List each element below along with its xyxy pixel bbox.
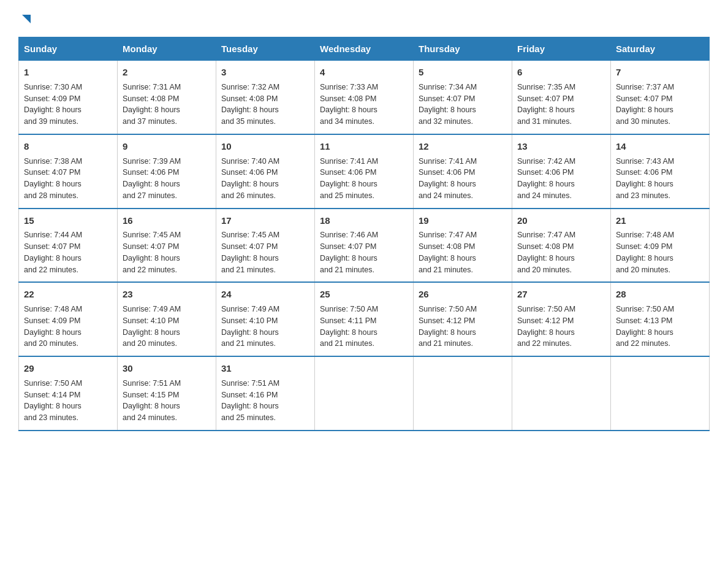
day-cell: 10 Sunrise: 7:40 AMSunset: 4:06 PMDaylig…	[216, 134, 315, 209]
day-number: 13	[517, 140, 605, 153]
calendar-table: SundayMondayTuesdayWednesdayThursdayFrid…	[18, 37, 710, 431]
day-number: 21	[616, 214, 704, 228]
day-cell: 20 Sunrise: 7:47 AMSunset: 4:08 PMDaylig…	[512, 209, 611, 283]
day-info: Sunrise: 7:47 AMSunset: 4:08 PMDaylight:…	[419, 229, 507, 275]
day-info: Sunrise: 7:50 AMSunset: 4:14 PMDaylight:…	[24, 378, 112, 424]
week-row-1: 1 Sunrise: 7:30 AMSunset: 4:09 PMDayligh…	[19, 61, 710, 134]
day-info: Sunrise: 7:51 AMSunset: 4:15 PMDaylight:…	[123, 378, 211, 424]
day-info: Sunrise: 7:45 AMSunset: 4:07 PMDaylight:…	[123, 229, 211, 275]
day-cell: 23 Sunrise: 7:49 AMSunset: 4:10 PMDaylig…	[118, 282, 216, 356]
day-cell	[512, 356, 611, 431]
day-number: 17	[221, 214, 309, 228]
day-info: Sunrise: 7:50 AMSunset: 4:12 PMDaylight:…	[419, 304, 507, 350]
header-wednesday: Wednesday	[315, 37, 414, 61]
day-number: 25	[320, 288, 408, 301]
week-row-4: 22 Sunrise: 7:48 AMSunset: 4:09 PMDaylig…	[19, 282, 710, 356]
day-number: 19	[419, 214, 507, 228]
day-number: 14	[616, 140, 704, 153]
logo	[18, 12, 33, 27]
day-cell: 22 Sunrise: 7:48 AMSunset: 4:09 PMDaylig…	[19, 282, 118, 356]
day-cell: 30 Sunrise: 7:51 AMSunset: 4:15 PMDaylig…	[118, 356, 216, 431]
day-number: 26	[419, 288, 507, 301]
day-cell: 14 Sunrise: 7:43 AMSunset: 4:06 PMDaylig…	[611, 134, 710, 209]
day-cell: 8 Sunrise: 7:38 AMSunset: 4:07 PMDayligh…	[19, 134, 118, 209]
day-number: 20	[517, 214, 605, 228]
day-cell: 24 Sunrise: 7:49 AMSunset: 4:10 PMDaylig…	[216, 282, 315, 356]
week-row-5: 29 Sunrise: 7:50 AMSunset: 4:14 PMDaylig…	[19, 356, 710, 431]
day-info: Sunrise: 7:50 AMSunset: 4:13 PMDaylight:…	[616, 304, 704, 350]
day-info: Sunrise: 7:37 AMSunset: 4:07 PMDaylight:…	[616, 82, 704, 128]
day-cell: 1 Sunrise: 7:30 AMSunset: 4:09 PMDayligh…	[19, 61, 118, 134]
day-cell: 31 Sunrise: 7:51 AMSunset: 4:16 PMDaylig…	[216, 356, 315, 431]
day-number: 31	[221, 362, 309, 375]
day-cell: 2 Sunrise: 7:31 AMSunset: 4:08 PMDayligh…	[118, 61, 216, 134]
day-number: 6	[517, 66, 605, 79]
day-info: Sunrise: 7:33 AMSunset: 4:08 PMDaylight:…	[320, 82, 408, 128]
day-number: 8	[24, 140, 112, 153]
day-number: 16	[123, 214, 211, 228]
week-row-2: 8 Sunrise: 7:38 AMSunset: 4:07 PMDayligh…	[19, 134, 710, 209]
day-cell: 26 Sunrise: 7:50 AMSunset: 4:12 PMDaylig…	[414, 282, 512, 356]
day-cell	[414, 356, 512, 431]
day-cell: 18 Sunrise: 7:46 AMSunset: 4:07 PMDaylig…	[315, 209, 414, 283]
day-info: Sunrise: 7:30 AMSunset: 4:09 PMDaylight:…	[24, 82, 112, 128]
day-cell: 19 Sunrise: 7:47 AMSunset: 4:08 PMDaylig…	[414, 209, 512, 283]
day-info: Sunrise: 7:50 AMSunset: 4:11 PMDaylight:…	[320, 304, 408, 350]
day-info: Sunrise: 7:47 AMSunset: 4:08 PMDaylight:…	[517, 229, 605, 275]
day-number: 5	[419, 66, 507, 79]
day-number: 28	[616, 288, 704, 301]
day-cell: 6 Sunrise: 7:35 AMSunset: 4:07 PMDayligh…	[512, 61, 611, 134]
day-number: 11	[320, 140, 408, 153]
day-number: 12	[419, 140, 507, 153]
day-info: Sunrise: 7:48 AMSunset: 4:09 PMDaylight:…	[616, 229, 704, 275]
day-info: Sunrise: 7:38 AMSunset: 4:07 PMDaylight:…	[24, 156, 112, 202]
day-cell: 27 Sunrise: 7:50 AMSunset: 4:12 PMDaylig…	[512, 282, 611, 356]
day-number: 10	[221, 140, 309, 153]
day-number: 7	[616, 66, 704, 79]
header-thursday: Thursday	[414, 37, 512, 61]
day-number: 3	[221, 66, 309, 79]
day-cell: 7 Sunrise: 7:37 AMSunset: 4:07 PMDayligh…	[611, 61, 710, 134]
day-info: Sunrise: 7:49 AMSunset: 4:10 PMDaylight:…	[123, 304, 211, 350]
logo-triangle-icon	[20, 12, 33, 26]
header-saturday: Saturday	[611, 37, 710, 61]
day-info: Sunrise: 7:39 AMSunset: 4:06 PMDaylight:…	[123, 156, 211, 202]
day-cell: 11 Sunrise: 7:41 AMSunset: 4:06 PMDaylig…	[315, 134, 414, 209]
day-number: 18	[320, 214, 408, 228]
day-number: 9	[123, 140, 211, 153]
day-cell: 15 Sunrise: 7:44 AMSunset: 4:07 PMDaylig…	[19, 209, 118, 283]
day-number: 4	[320, 66, 408, 79]
header-friday: Friday	[512, 37, 611, 61]
day-info: Sunrise: 7:44 AMSunset: 4:07 PMDaylight:…	[24, 229, 112, 275]
day-cell: 9 Sunrise: 7:39 AMSunset: 4:06 PMDayligh…	[118, 134, 216, 209]
day-info: Sunrise: 7:31 AMSunset: 4:08 PMDaylight:…	[123, 82, 211, 128]
day-info: Sunrise: 7:51 AMSunset: 4:16 PMDaylight:…	[221, 378, 309, 424]
day-cell: 13 Sunrise: 7:42 AMSunset: 4:06 PMDaylig…	[512, 134, 611, 209]
day-info: Sunrise: 7:32 AMSunset: 4:08 PMDaylight:…	[221, 82, 309, 128]
day-info: Sunrise: 7:48 AMSunset: 4:09 PMDaylight:…	[24, 304, 112, 350]
day-info: Sunrise: 7:46 AMSunset: 4:07 PMDaylight:…	[320, 229, 408, 275]
day-cell: 3 Sunrise: 7:32 AMSunset: 4:08 PMDayligh…	[216, 61, 315, 134]
day-number: 23	[123, 288, 211, 301]
day-number: 1	[24, 66, 112, 79]
day-cell: 21 Sunrise: 7:48 AMSunset: 4:09 PMDaylig…	[611, 209, 710, 283]
day-cell	[315, 356, 414, 431]
day-cell: 29 Sunrise: 7:50 AMSunset: 4:14 PMDaylig…	[19, 356, 118, 431]
header-monday: Monday	[118, 37, 216, 61]
day-info: Sunrise: 7:41 AMSunset: 4:06 PMDaylight:…	[419, 156, 507, 202]
day-number: 30	[123, 362, 211, 375]
day-cell: 4 Sunrise: 7:33 AMSunset: 4:08 PMDayligh…	[315, 61, 414, 134]
header-tuesday: Tuesday	[216, 37, 315, 61]
day-cell: 17 Sunrise: 7:45 AMSunset: 4:07 PMDaylig…	[216, 209, 315, 283]
day-info: Sunrise: 7:40 AMSunset: 4:06 PMDaylight:…	[221, 156, 309, 202]
day-cell	[611, 356, 710, 431]
day-info: Sunrise: 7:43 AMSunset: 4:06 PMDaylight:…	[616, 156, 704, 202]
day-number: 2	[123, 66, 211, 79]
header-sunday: Sunday	[19, 37, 118, 61]
day-number: 27	[517, 288, 605, 301]
week-row-3: 15 Sunrise: 7:44 AMSunset: 4:07 PMDaylig…	[19, 209, 710, 283]
day-number: 29	[24, 362, 112, 375]
day-cell: 16 Sunrise: 7:45 AMSunset: 4:07 PMDaylig…	[118, 209, 216, 283]
day-info: Sunrise: 7:49 AMSunset: 4:10 PMDaylight:…	[221, 304, 309, 350]
day-cell: 28 Sunrise: 7:50 AMSunset: 4:13 PMDaylig…	[611, 282, 710, 356]
